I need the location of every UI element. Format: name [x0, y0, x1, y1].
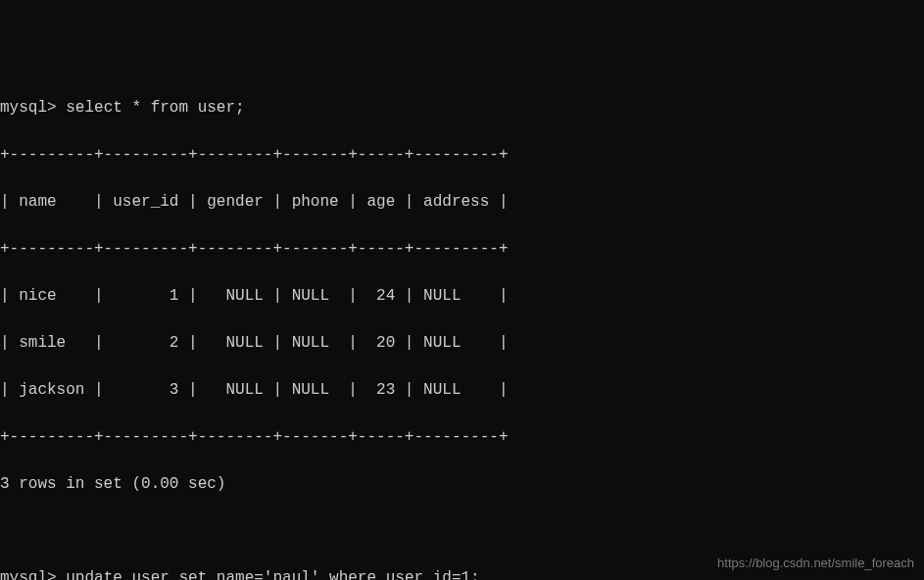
table1-border-bot: +---------+---------+--------+-------+--… [0, 425, 924, 449]
table1-border-mid: +---------+---------+--------+-------+--… [0, 237, 924, 261]
table1-row: | jackson | 3 | NULL | NULL | 23 | NULL … [0, 378, 924, 402]
mysql-prompt: mysql> [0, 569, 57, 580]
table1-footer: 3 rows in set (0.00 sec) [0, 472, 924, 496]
prompt-line-1[interactable]: mysql> select * from user; [0, 96, 924, 120]
mysql-prompt: mysql> [0, 99, 57, 117]
table1-border-top: +---------+---------+--------+-------+--… [0, 143, 924, 167]
query-select-1: select * from user; [66, 99, 244, 117]
table1-header: | name | user_id | gender | phone | age … [0, 190, 924, 214]
query-update: update user set name='paul' where user_i… [66, 569, 479, 580]
blank-line [0, 519, 924, 543]
table1-row: | nice | 1 | NULL | NULL | 24 | NULL | [0, 284, 924, 308]
table1-row: | smile | 2 | NULL | NULL | 20 | NULL | [0, 331, 924, 355]
watermark-text: https://blog.csdn.net/smile_foreach [717, 554, 914, 573]
